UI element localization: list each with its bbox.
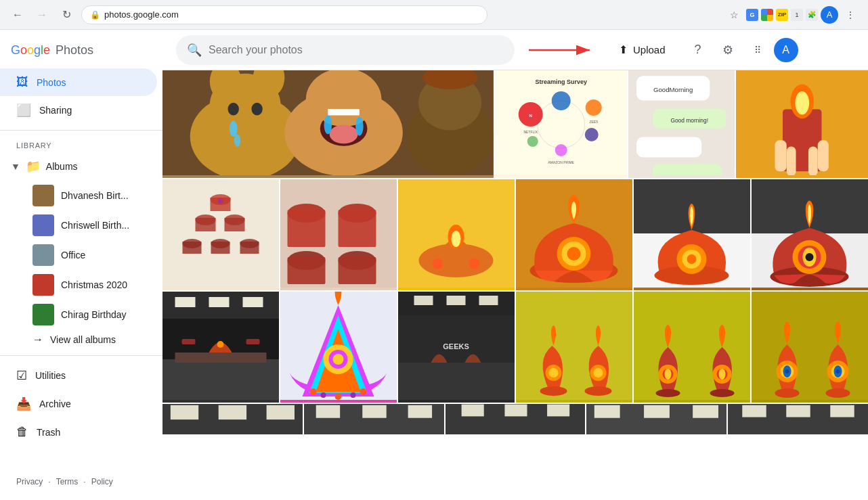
apps-button[interactable]: ⠿ [744,37,771,64]
photo-whatsapp[interactable]: GoodMorning Good morning! [628,70,734,178]
photo-ceiling3[interactable] [446,404,586,434]
policy-link[interactable]: Policy [91,477,113,486]
ext-puzzle[interactable]: 🧩 [806,9,818,21]
nav-archive[interactable]: 📥 Archive [0,390,157,418]
album-item-chriswell[interactable]: Chriswell Birth... [0,210,162,240]
photo-dogs[interactable] [162,70,494,178]
svg-rect-169 [742,405,766,417]
photo-ceiling5[interactable] [728,404,868,434]
svg-point-7 [230,121,238,137]
svg-point-147 [826,388,850,398]
svg-point-18 [355,117,364,136]
svg-point-77 [452,231,461,247]
privacy-link[interactable]: Privacy [16,477,43,486]
album-item-office[interactable]: Office [0,240,162,270]
svg-rect-57 [225,218,245,231]
annotation-arrow [525,41,600,60]
albums-toggle[interactable]: ▼ 📁 Albums [0,152,162,181]
svg-point-131 [594,368,603,378]
nav-trash-label: Trash [37,427,60,438]
album-item-chirag[interactable]: Chirag Birthday [0,300,162,329]
search-bar[interactable]: 🔍 [176,35,515,65]
photo-candle[interactable] [736,70,868,178]
terms-link[interactable]: Terms [56,477,79,486]
photo-cups-tree[interactable] [162,179,279,290]
trash-icon: 🗑 [16,425,28,439]
album-item-dhvanesh[interactable]: Dhvanesh Birt... [0,181,162,210]
header-icons: ? ⚙ ⠿ A [685,37,798,64]
svg-point-28 [551,91,570,110]
sidebar-footer: Privacy · Terms · Policy [0,469,162,495]
svg-text:AMAZON PRIME: AMAZON PRIME [548,160,574,164]
profile-avatar[interactable]: A [821,6,838,24]
browser-bar: ← → ↻ 🔒 photos.google.com ☆ G ZIP 1 🧩 A … [0,0,868,30]
photo-diya-large2[interactable] [634,179,750,290]
svg-rect-101 [209,297,230,307]
photo-diya-pink[interactable] [280,292,397,403]
ext-zip[interactable]: ZIP [776,9,788,21]
svg-rect-132 [634,292,750,400]
svg-rect-158 [362,405,386,418]
svg-point-97 [806,253,814,261]
user-avatar[interactable]: A [774,38,798,62]
ext-num[interactable]: 1 [791,9,803,21]
svg-text:GEEKS: GEEKS [443,342,469,350]
app-logo-area: Google Photos [0,35,162,68]
svg-rect-154 [219,405,246,419]
svg-rect-107 [246,339,260,344]
svg-rect-100 [175,297,196,307]
nav-photos[interactable]: 🖼 Photos [0,68,157,96]
more-menu-button[interactable]: ⋮ [841,5,860,24]
photo-diya-large1[interactable] [516,179,632,290]
svg-point-84 [567,247,581,260]
svg-rect-167 [693,405,719,418]
album-name-christmas: Christmas 2020 [61,279,127,290]
bookmark-icon[interactable]: ☆ [724,5,743,24]
svg-point-32 [527,136,538,147]
browser-actions: ☆ G ZIP 1 🧩 A ⋮ [724,5,860,24]
main-header: 🔍 ⬆ Upload ? ⚙ ⠿ A [162,30,868,70]
footer-dot2: · [83,477,85,486]
nav-trash[interactable]: 🗑 Trash [0,418,157,446]
help-button[interactable]: ? [685,37,712,64]
svg-point-136 [665,369,672,380]
address-bar[interactable]: 🔒 photos.google.com [81,5,487,24]
svg-rect-163 [547,405,569,417]
albums-label: Albums [46,161,78,172]
ext-google[interactable]: G [746,9,758,21]
svg-text:GoodMorning: GoodMorning [653,86,693,93]
nav-utilities[interactable]: ☑ Utilities [0,361,157,390]
photo-ceiling2[interactable] [304,404,444,434]
photo-office2[interactable]: GEEKS [398,292,515,403]
svg-point-90 [687,254,697,264]
svg-rect-165 [594,405,620,418]
photo-diya-yellow-double1[interactable] [516,292,632,403]
forward-button[interactable]: → [32,5,51,24]
nav-photos-label: Photos [37,77,66,88]
back-button[interactable]: ← [8,5,27,24]
svg-point-16 [330,124,358,143]
photo-diya-large3[interactable] [752,179,868,290]
view-all-albums[interactable]: → View all albums [0,329,162,350]
settings-button[interactable]: ⚙ [714,37,741,64]
photo-diya-yellow-sm[interactable] [398,179,515,290]
reload-button[interactable]: ↻ [57,5,76,24]
search-input[interactable] [209,44,504,56]
photo-ceiling1[interactable] [162,404,303,434]
photo-diya-yellow-double2[interactable] [634,292,750,403]
ext-color[interactable] [761,9,773,21]
photo-chart[interactable]: Streaming Survey N NETFLIX AMAZON [495,70,627,178]
upload-button[interactable]: ⬆ Upload [611,38,674,62]
album-item-christmas[interactable]: Christmas 2020 [0,270,162,300]
svg-rect-49 [808,147,817,175]
svg-text:N: N [529,114,531,118]
svg-point-31 [555,144,567,156]
photo-cups-closeup[interactable] [280,179,397,290]
photo-office-room[interactable] [162,292,279,403]
photo-diya-yellow-double3[interactable] [752,292,868,403]
svg-rect-47 [775,140,786,171]
google-logo: Google [11,43,50,58]
photo-ceiling4[interactable] [586,404,726,434]
app-layout: Google Photos 🖼 Photos ⬜ Sharing LIBRARY… [0,30,868,500]
nav-sharing[interactable]: ⬜ Sharing [0,96,157,124]
